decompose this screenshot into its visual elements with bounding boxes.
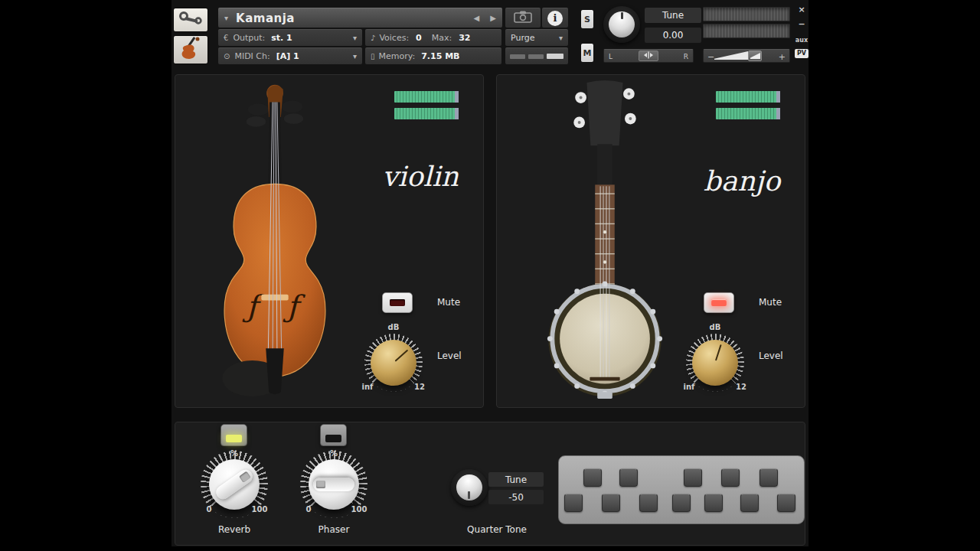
volume-wedge xyxy=(714,51,748,60)
reverb-max: 100 xyxy=(248,505,271,514)
phaser-min: 0 xyxy=(297,505,320,514)
volume-slider[interactable]: − + xyxy=(703,49,790,63)
wrench-icon xyxy=(179,11,202,28)
reverb-label: Reverb xyxy=(204,524,265,535)
midi-icon: ⊙ xyxy=(224,52,230,60)
quarter-tune-value-box[interactable]: -50 xyxy=(488,490,544,504)
output-icon: € xyxy=(224,34,228,42)
banjo-meter-right xyxy=(716,108,780,119)
pan-right-label: R xyxy=(684,53,688,60)
next-instrument-icon[interactable]: ▶ xyxy=(490,14,496,22)
banjo-mute-button[interactable] xyxy=(704,292,734,313)
solo-button[interactable]: S xyxy=(580,9,594,29)
banjo-level-label: Level xyxy=(759,350,783,361)
violin-mute-label: Mute xyxy=(437,297,460,308)
purge-indicator xyxy=(505,47,568,64)
violin-mute-led xyxy=(390,299,405,306)
mute-master-label: M xyxy=(583,48,592,58)
banjo-mute-led xyxy=(711,299,727,306)
kb-key-sharp[interactable] xyxy=(760,468,778,487)
banjo-image xyxy=(544,80,666,406)
info-icon: i xyxy=(547,11,563,26)
violin-meter-left xyxy=(394,91,459,103)
purge-segment xyxy=(547,54,564,59)
midi-dropdown-icon[interactable]: ▾ xyxy=(353,52,357,60)
quarter-tune-label: Tune xyxy=(505,474,527,485)
max-label: Max: xyxy=(432,33,452,43)
volume-handle[interactable] xyxy=(748,51,762,61)
instrument-title: Kamanja xyxy=(236,11,295,25)
pan-center-icon xyxy=(643,51,654,60)
kb-key-sharp[interactable] xyxy=(721,468,740,487)
close-icon[interactable]: × xyxy=(795,5,808,15)
voices-label: Voices: xyxy=(379,33,409,43)
tune-label: Tune xyxy=(662,10,684,21)
banjo-meter-left xyxy=(716,91,780,103)
kb-key-natural[interactable] xyxy=(602,494,620,512)
banjo-script-name: banjo xyxy=(688,165,795,197)
master-meter-left xyxy=(703,7,790,21)
prev-instrument-icon[interactable]: ◀ xyxy=(474,14,480,22)
violin-mute-button[interactable] xyxy=(382,292,413,313)
master-tune-knob[interactable] xyxy=(603,6,640,43)
violin-level-max: 12 xyxy=(408,383,431,391)
violin-thumb-icon xyxy=(178,36,204,64)
output-selector[interactable]: € Output: st. 1 ▾ xyxy=(218,29,362,46)
purge-segment xyxy=(528,54,544,59)
instrument-title-bar[interactable]: ▾ Kamanja ◀ ▶ xyxy=(218,8,502,28)
output-value: st. 1 xyxy=(271,33,292,43)
output-dropdown-icon[interactable]: ▾ xyxy=(353,34,357,42)
pan-slider[interactable]: L R xyxy=(603,49,694,63)
kb-key-natural[interactable] xyxy=(704,494,723,512)
kb-key-natural[interactable] xyxy=(777,494,795,512)
kb-key-sharp[interactable] xyxy=(583,468,602,487)
wrench-button[interactable] xyxy=(173,8,208,32)
pan-handle[interactable] xyxy=(639,51,658,61)
snapshot-camera-button[interactable] xyxy=(505,8,541,28)
quarter-tone-label: Quarter Tone xyxy=(447,524,547,535)
info-button[interactable]: i xyxy=(542,8,568,28)
kb-key-natural[interactable] xyxy=(639,494,658,512)
voices-value: 0 xyxy=(416,33,422,43)
fx-panel: % 0 100 Reverb % 0 100 Phaser xyxy=(175,422,805,546)
violin-image: ƒ ƒ xyxy=(214,80,336,406)
plugin-window: ▾ Kamanja ◀ ▶ i € Output: st. 1 ▾ ♪ xyxy=(172,0,808,546)
phaser-label: Phaser xyxy=(303,524,364,535)
violin-level-unit: dB xyxy=(378,323,409,331)
voices-display: ♪ Voices: 0 Max: 32 xyxy=(365,29,501,46)
midi-label: MIDI Ch: xyxy=(234,51,270,61)
violin-script-name: violin xyxy=(367,161,474,192)
banjo-level-min: inf xyxy=(678,383,701,391)
purge-label: Purge xyxy=(511,33,535,43)
purge-segment xyxy=(510,54,525,59)
violin-level-min: inf xyxy=(356,383,379,391)
banjo-level-max: 12 xyxy=(730,383,753,391)
kb-key-sharp[interactable] xyxy=(619,468,638,487)
midi-channel-selector[interactable]: ⊙ MIDI Ch: [A] 1 ▾ xyxy=(218,47,362,64)
solo-label: S xyxy=(584,15,590,24)
kb-key-sharp[interactable] xyxy=(684,468,702,487)
reverb-min: 0 xyxy=(198,505,220,514)
quarter-tune-label-box: Tune xyxy=(488,472,544,487)
purge-dropdown-icon[interactable]: ▾ xyxy=(559,34,563,42)
phaser-switch[interactable] xyxy=(320,424,347,446)
memory-value: 7.15 MB xyxy=(421,51,459,61)
mute-master-button[interactable]: M xyxy=(580,43,594,63)
purge-button[interactable]: Purge ▾ xyxy=(505,29,568,46)
violin-level-label: Level xyxy=(437,350,462,361)
quarter-tone-knob[interactable] xyxy=(451,469,488,506)
aux-button[interactable]: aux xyxy=(795,37,808,44)
tune-value: 0.00 xyxy=(663,30,684,41)
minimize-icon[interactable]: − xyxy=(795,19,808,29)
tune-label-box: Tune xyxy=(645,8,701,23)
banjo-mute-label: Mute xyxy=(759,297,782,308)
phaser-switch-light xyxy=(325,435,341,442)
kb-key-natural[interactable] xyxy=(564,494,583,512)
title-dropdown-icon[interactable]: ▾ xyxy=(224,14,228,22)
pv-button[interactable]: PV xyxy=(795,49,808,58)
kb-key-natural[interactable] xyxy=(740,494,759,512)
instrument-thumbnail-button[interactable] xyxy=(173,35,208,64)
tune-value-box[interactable]: 0.00 xyxy=(645,28,701,43)
kb-key-natural[interactable] xyxy=(672,494,691,512)
max-value: 32 xyxy=(459,33,470,43)
